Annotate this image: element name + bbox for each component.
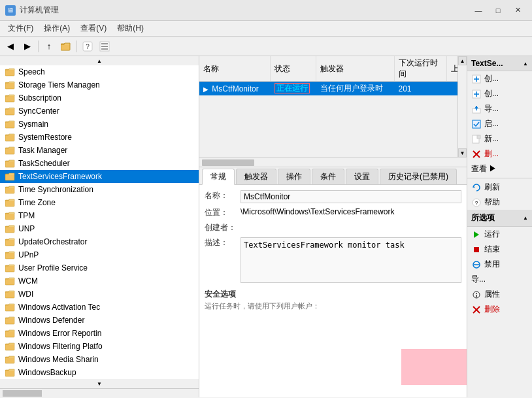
sidebar-item-unp[interactable]: UNP (0, 222, 199, 235)
new-icon (471, 134, 482, 144)
action-end[interactable]: 结束 (467, 242, 532, 257)
action-panel: TextSe... ▲ 创... 创... 导... (467, 56, 532, 397)
sidebar-scroll-up[interactable]: ▲ (0, 56, 199, 65)
pink-overlay (401, 349, 467, 385)
section-expand-icon-2: ▲ (523, 215, 528, 221)
minimize-button[interactable]: — (469, 4, 488, 17)
svg-rect-28 (5, 344, 14, 350)
tab-triggers[interactable]: 触发器 (236, 169, 276, 184)
action-new[interactable]: 新... (467, 131, 532, 146)
task-table: 名称 状态 触发器 下次运行时间 上 ▶ MsCtfMonitor (199, 56, 467, 96)
task-hscroll[interactable] (199, 158, 457, 167)
sidebar-item-winerror[interactable]: Windows Error Reportin (0, 327, 199, 340)
sidebar-item-sysmain[interactable]: Sysmain (0, 118, 199, 131)
action-refresh[interactable]: 刷新 (467, 180, 532, 195)
tab-history[interactable]: 历史记录(已禁用) (380, 169, 457, 184)
task-row-msctfmonitor[interactable]: ▶ MsCtfMonitor 正在运行 当任何用户登录时 201 (199, 82, 467, 96)
menu-file[interactable]: 文件(F) (3, 22, 39, 35)
security-section: 安全选项 运行任务时，请使用下列用户帐户： (205, 289, 461, 311)
menu-action[interactable]: 操作(A) (39, 22, 75, 35)
author-row: 创建者： (205, 222, 461, 233)
name-value: MsCtfMonitor (241, 190, 461, 203)
tab-general[interactable]: 常规 (202, 169, 235, 185)
sidebar-item-textservices[interactable]: TextServicesFramework (0, 170, 199, 183)
name-label: 名称： (205, 190, 241, 201)
back-button[interactable]: ◀ (3, 39, 18, 54)
forward-button[interactable]: ▶ (20, 39, 35, 54)
action-enable[interactable]: 启... (467, 116, 532, 131)
sidebar-item-windefender[interactable]: Windows Defender (0, 314, 199, 327)
sidebar-item-speech[interactable]: Speech (0, 65, 199, 78)
sidebar-label-wdi: WDI (18, 290, 33, 299)
col-trigger: 触发器 (316, 56, 395, 82)
sidebar-label-upnp: UPnP (18, 250, 39, 259)
toolbar-separator-1 (38, 41, 39, 52)
action-create1[interactable]: 创... (467, 71, 532, 86)
action-create1-label: 创... (484, 73, 499, 84)
sidebar-item-synccenter[interactable]: SyncCenter (0, 105, 199, 118)
action-delete[interactable]: 删... (467, 146, 532, 161)
sidebar-label-winactivation: Windows Activation Tec (18, 303, 100, 312)
task-scroll-down[interactable]: ▼ (458, 148, 467, 158)
sidebar-item-storagetiers[interactable]: Storage Tiers Managen (0, 78, 199, 91)
list-button[interactable] (97, 39, 112, 54)
action-divider-1 (467, 178, 532, 178)
sidebar-item-userprofile[interactable]: User Profile Service (0, 261, 199, 274)
action-view[interactable]: 查看 ▶ (467, 161, 532, 176)
sidebar-item-wdi[interactable]: WDI (0, 288, 199, 301)
action-delete2[interactable]: 删除 (467, 302, 532, 317)
folder-button[interactable] (58, 39, 74, 54)
desc-value[interactable] (241, 237, 461, 283)
sidebar-item-winactivation[interactable]: Windows Activation Tec (0, 301, 199, 314)
sidebar-item-taskscheduler[interactable]: TaskScheduler (0, 157, 199, 170)
sidebar-scroll-down[interactable]: ▼ (0, 379, 199, 388)
sidebar-hscroll[interactable] (0, 388, 199, 397)
sidebar-item-winbackup[interactable]: WindowsBackup (0, 366, 199, 379)
sidebar-item-winmedia[interactable]: Windows Media Sharin (0, 353, 199, 366)
sidebar-item-updateorch[interactable]: UpdateOrchestrator (0, 235, 199, 248)
sidebar-item-timezone[interactable]: Time Zone (0, 196, 199, 209)
sidebar-item-timesync[interactable]: Time Synchronization (0, 183, 199, 196)
sidebar-hscroll-thumb (3, 390, 42, 397)
svg-rect-21 (5, 252, 14, 259)
sidebar-item-winfilter[interactable]: Windows Filtering Platfo (0, 340, 199, 353)
svg-rect-16 (5, 187, 14, 193)
sidebar-item-wcm[interactable]: WCM (0, 274, 199, 288)
col-status: 状态 (271, 56, 316, 82)
up-button[interactable]: ↑ (41, 39, 57, 54)
action-create2[interactable]: 创... (467, 86, 532, 101)
sidebar-item-subscription[interactable]: Subscription (0, 91, 199, 105)
close-button[interactable]: ✕ (508, 4, 527, 17)
sidebar-item-tpm[interactable]: TPM (0, 209, 199, 222)
task-scroll-up[interactable]: ▲ (458, 56, 467, 65)
action-disable[interactable]: 禁用 (467, 257, 532, 272)
action-export[interactable]: 导... (467, 101, 532, 116)
create1-icon (471, 74, 482, 84)
menu-help[interactable]: 帮助(H) (112, 22, 149, 35)
svg-rect-39 (473, 120, 480, 128)
security-title: 安全选项 (205, 290, 236, 299)
action-export2[interactable]: 导... (467, 272, 532, 287)
sidebar-label-synccenter: SyncCenter (18, 107, 59, 116)
task-list[interactable]: 名称 状态 触发器 下次运行时间 上 ▶ MsCtfMonitor (199, 56, 467, 167)
action-help[interactable]: ? 帮助 (467, 195, 532, 210)
task-vscroll[interactable]: ▲ ▼ (457, 56, 467, 158)
maximize-button[interactable]: □ (489, 4, 507, 17)
desc-label: 描述： (205, 237, 241, 248)
action-run[interactable]: 运行 (467, 227, 532, 242)
sidebar-item-systemrestore[interactable]: SystemRestore (0, 131, 199, 144)
tab-conditions[interactable]: 条件 (312, 169, 344, 184)
help-button[interactable]: ? (80, 39, 95, 54)
sidebar[interactable]: ▲ Speech Storage Tiers Managen Subscript… (0, 56, 199, 397)
svg-rect-10 (5, 108, 14, 115)
svg-rect-13 (5, 148, 14, 154)
toolbar: ◀ ▶ ↑ ? (0, 37, 532, 56)
sidebar-label-taskscheduler: TaskScheduler (18, 159, 70, 168)
tab-settings[interactable]: 设置 (346, 169, 378, 184)
sidebar-item-taskmanager[interactable]: Task Manager (0, 144, 199, 157)
tab-actions[interactable]: 操作 (278, 169, 310, 184)
action-properties[interactable]: 属性 (467, 287, 532, 302)
sidebar-item-upnp[interactable]: UPnP (0, 248, 199, 261)
menu-view[interactable]: 查看(V) (75, 22, 112, 35)
end-icon (471, 244, 482, 255)
